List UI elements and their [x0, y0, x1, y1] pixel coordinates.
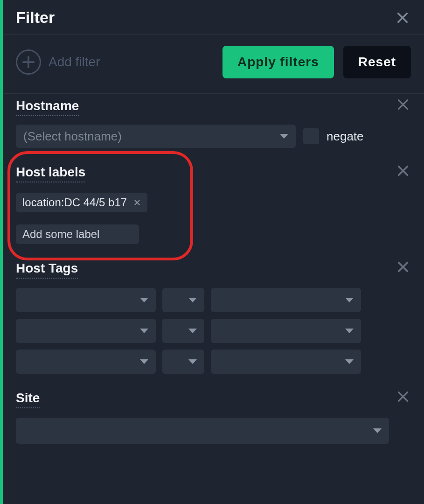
site-select[interactable]	[16, 418, 389, 444]
panel-title: Filter	[16, 8, 55, 27]
hostname-select-placeholder: (Select hostname)	[23, 129, 122, 144]
add-label-input[interactable]	[16, 224, 139, 244]
chevron-down-icon	[280, 134, 288, 139]
section-site: Site	[3, 386, 424, 456]
chevron-down-icon	[188, 298, 197, 302]
tag-group-select[interactable]	[16, 288, 156, 312]
tag-row	[16, 288, 411, 312]
remove-host-tags-icon[interactable]	[395, 259, 411, 275]
chevron-down-icon	[188, 329, 197, 333]
section-host-labels: Host labels location:DC 44/5 b17	[3, 160, 424, 256]
chevron-down-icon	[140, 298, 148, 302]
filter-panel: Filter Add filter Apply filters Reset Ho…	[3, 0, 424, 504]
tag-group-select[interactable]	[16, 350, 156, 374]
reset-button[interactable]: Reset	[343, 46, 411, 78]
remove-hostname-icon[interactable]	[395, 97, 411, 112]
chevron-down-icon	[345, 359, 354, 364]
label-chip: location:DC 44/5 b17	[16, 193, 147, 212]
hostname-title: Hostname	[16, 98, 79, 116]
label-chip-text: location:DC 44/5 b17	[22, 196, 127, 209]
chevron-down-icon	[345, 298, 354, 302]
chevron-down-icon	[345, 329, 354, 333]
host-tags-title: Host Tags	[16, 261, 78, 279]
plus-icon	[16, 49, 41, 75]
host-labels-title: Host labels	[16, 165, 85, 182]
remove-chip-icon[interactable]	[132, 198, 142, 207]
add-filter-label: Add filter	[49, 55, 100, 70]
apply-filters-button[interactable]: Apply filters	[222, 46, 334, 78]
close-icon[interactable]	[394, 9, 411, 26]
site-title: Site	[16, 391, 40, 408]
tag-row	[16, 350, 411, 374]
chevron-down-icon	[188, 359, 197, 364]
tag-group-select[interactable]	[16, 319, 156, 343]
tag-value-select[interactable]	[211, 350, 361, 374]
action-row: Add filter Apply filters Reset	[3, 35, 424, 89]
negate-checkbox[interactable]	[303, 128, 319, 144]
tag-value-select[interactable]	[211, 288, 361, 312]
section-hostname: Hostname (Select hostname) negate	[3, 94, 424, 160]
chevron-down-icon	[373, 428, 382, 433]
panel-header: Filter	[3, 0, 424, 29]
section-host-tags: Host Tags	[3, 256, 424, 386]
remove-site-icon[interactable]	[395, 389, 411, 405]
tag-row	[16, 319, 411, 343]
negate-label: negate	[327, 129, 364, 144]
hostname-select[interactable]: (Select hostname)	[16, 125, 296, 148]
add-filter-button[interactable]: Add filter	[16, 49, 100, 75]
tag-op-select[interactable]	[162, 350, 204, 374]
chevron-down-icon	[140, 359, 148, 364]
tag-op-select[interactable]	[162, 319, 204, 343]
remove-host-labels-icon[interactable]	[395, 163, 411, 179]
tag-op-select[interactable]	[162, 288, 204, 312]
chevron-down-icon	[140, 329, 148, 333]
tag-value-select[interactable]	[211, 319, 361, 343]
